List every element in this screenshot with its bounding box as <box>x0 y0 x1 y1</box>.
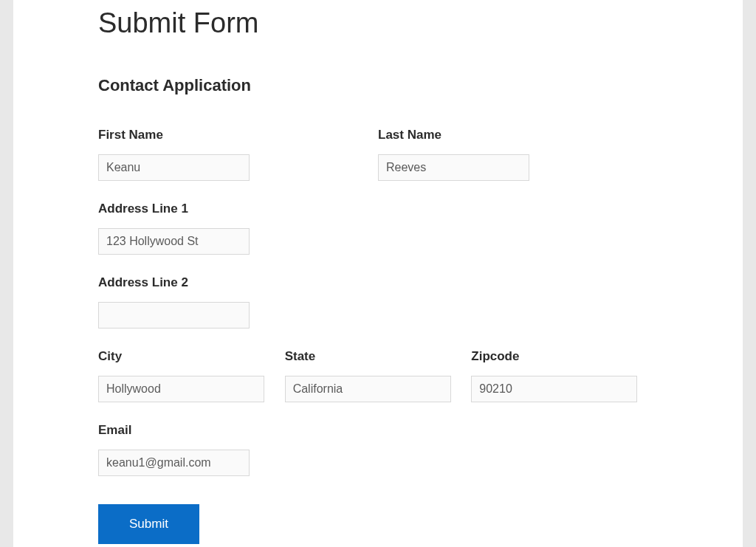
page-title: Submit Form <box>98 0 658 39</box>
first-name-label: First Name <box>98 128 378 142</box>
email-input[interactable] <box>98 450 250 476</box>
address1-label: Address Line 1 <box>98 202 658 216</box>
address1-input[interactable] <box>98 228 250 255</box>
address2-label: Address Line 2 <box>98 275 658 290</box>
last-name-input[interactable] <box>378 154 529 181</box>
group-last-name: Last Name <box>378 128 658 181</box>
section-title: Contact Application <box>98 76 658 95</box>
state-input[interactable] <box>285 376 451 402</box>
group-state: State <box>285 349 472 402</box>
city-input[interactable] <box>98 376 264 402</box>
first-name-input[interactable] <box>98 154 250 181</box>
contact-form: First Name Last Name Address Line 1 Addr… <box>98 128 658 544</box>
email-label: Email <box>98 423 658 438</box>
group-city: City <box>98 349 285 402</box>
state-label: State <box>285 349 457 364</box>
row-email: Email <box>98 423 658 476</box>
submit-button[interactable]: Submit <box>98 504 199 544</box>
page-container: Submit Form Contact Application First Na… <box>13 0 743 547</box>
group-first-name: First Name <box>98 128 378 181</box>
group-email: Email <box>98 423 658 476</box>
row-city-state-zip: City State Zipcode <box>98 349 658 402</box>
group-zipcode: Zipcode <box>471 349 658 402</box>
row-name: First Name Last Name <box>98 128 658 181</box>
group-address1: Address Line 1 <box>98 202 658 255</box>
last-name-label: Last Name <box>378 128 658 142</box>
city-label: City <box>98 349 270 364</box>
zipcode-input[interactable] <box>471 376 637 402</box>
zipcode-label: Zipcode <box>471 349 643 364</box>
group-address2: Address Line 2 <box>98 275 658 328</box>
row-address1: Address Line 1 <box>98 202 658 255</box>
row-address2: Address Line 2 <box>98 275 658 328</box>
address2-input[interactable] <box>98 302 250 328</box>
